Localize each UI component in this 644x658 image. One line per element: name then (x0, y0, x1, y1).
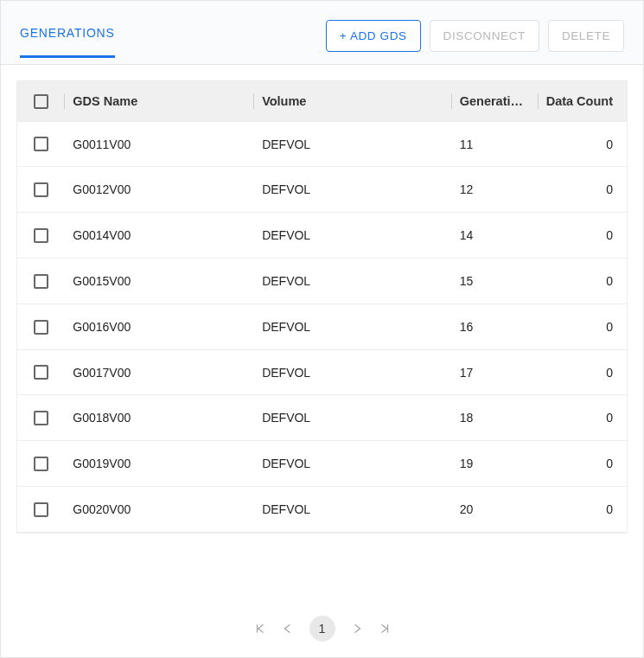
topbar: GENERATIONS + ADD GDS DISCONNECT DELETE (1, 1, 643, 65)
cell-volume: DEFVOL (253, 349, 451, 395)
cell-name: G0019V00 (64, 441, 253, 487)
cell-data-count: 0 (538, 303, 628, 349)
cell-generation: 20 (451, 487, 538, 533)
cell-data-count: 0 (538, 487, 628, 533)
cell-generation: 11 (451, 121, 538, 167)
cell-generation: 12 (451, 167, 538, 213)
cell-name: G0015V00 (64, 259, 253, 304)
page-prev-icon[interactable] (282, 623, 294, 635)
table-row[interactable]: G0015V00DEFVOL150 (17, 259, 628, 304)
row-checkbox[interactable] (34, 365, 48, 380)
table-header-row: GDS Name Volume Generati… Data Count (17, 81, 628, 122)
table-row[interactable]: G0011V00DEFVOL110 (17, 121, 628, 167)
delete-button[interactable]: DELETE (548, 20, 624, 52)
cell-generation: 16 (451, 303, 538, 349)
cell-data-count: 0 (538, 395, 628, 441)
column-header-data-count[interactable]: Data Count (538, 81, 628, 122)
cell-volume: DEFVOL (253, 303, 451, 349)
cell-data-count: 0 (538, 121, 628, 167)
action-buttons: + ADD GDS DISCONNECT DELETE (326, 20, 624, 52)
table-empty-space (16, 533, 628, 585)
cell-generation: 18 (451, 395, 538, 441)
row-checkbox[interactable] (34, 137, 48, 151)
cell-volume: DEFVOL (253, 121, 451, 167)
gds-table: GDS Name Volume Generati… Data Count G00… (16, 80, 628, 533)
cell-data-count: 0 (538, 441, 628, 487)
disconnect-button[interactable]: DISCONNECT (430, 20, 539, 52)
cell-volume: DEFVOL (253, 213, 451, 259)
cell-volume: DEFVOL (253, 259, 451, 304)
pagination: 1 (1, 598, 643, 657)
generations-panel: GENERATIONS + ADD GDS DISCONNECT DELETE … (0, 0, 644, 658)
cell-generation: 17 (451, 349, 538, 395)
page-number[interactable]: 1 (309, 616, 335, 642)
page-first-icon[interactable] (254, 623, 266, 635)
table-row[interactable]: G0014V00DEFVOL140 (17, 213, 628, 259)
page-next-icon[interactable] (351, 623, 363, 635)
cell-name: G0018V00 (64, 395, 253, 441)
column-header-name[interactable]: GDS Name (64, 81, 253, 122)
cell-volume: DEFVOL (253, 487, 451, 533)
cell-name: G0017V00 (64, 349, 253, 395)
add-gds-button[interactable]: + ADD GDS (326, 20, 421, 52)
cell-name: G0011V00 (64, 121, 253, 167)
tabs: GENERATIONS (20, 26, 115, 58)
table-row[interactable]: G0016V00DEFVOL160 (17, 303, 628, 349)
cell-generation: 15 (451, 259, 538, 304)
table-row[interactable]: G0017V00DEFVOL170 (17, 349, 628, 395)
cell-volume: DEFVOL (253, 395, 451, 441)
row-checkbox[interactable] (34, 182, 48, 197)
column-header-volume[interactable]: Volume (253, 81, 451, 122)
row-checkbox[interactable] (34, 457, 48, 471)
cell-data-count: 0 (538, 349, 628, 395)
cell-name: G0020V00 (64, 487, 253, 533)
cell-generation: 19 (451, 441, 538, 487)
row-checkbox[interactable] (34, 411, 48, 425)
cell-name: G0016V00 (64, 303, 253, 349)
cell-data-count: 0 (538, 213, 628, 259)
row-checkbox[interactable] (34, 274, 48, 289)
page-last-icon[interactable] (379, 623, 391, 635)
cell-data-count: 0 (538, 259, 628, 304)
table-container: GDS Name Volume Generati… Data Count G00… (1, 65, 643, 598)
cell-name: G0014V00 (64, 213, 253, 259)
row-checkbox[interactable] (34, 228, 48, 243)
row-checkbox[interactable] (34, 320, 48, 335)
table-row[interactable]: G0018V00DEFVOL180 (17, 395, 628, 441)
cell-generation: 14 (451, 213, 538, 259)
cell-volume: DEFVOL (253, 167, 451, 213)
table-row[interactable]: G0012V00DEFVOL120 (17, 167, 628, 213)
column-header-generation[interactable]: Generati… (451, 81, 538, 122)
table-row[interactable]: G0019V00DEFVOL190 (17, 441, 628, 487)
cell-name: G0012V00 (64, 167, 253, 213)
cell-volume: DEFVOL (253, 441, 451, 487)
table-row[interactable]: G0020V00DEFVOL200 (17, 487, 628, 533)
select-all-checkbox[interactable] (34, 94, 48, 109)
tab-generations[interactable]: GENERATIONS (20, 26, 115, 58)
column-header-checkbox (17, 81, 65, 122)
cell-data-count: 0 (538, 167, 628, 213)
row-checkbox[interactable] (34, 502, 48, 517)
